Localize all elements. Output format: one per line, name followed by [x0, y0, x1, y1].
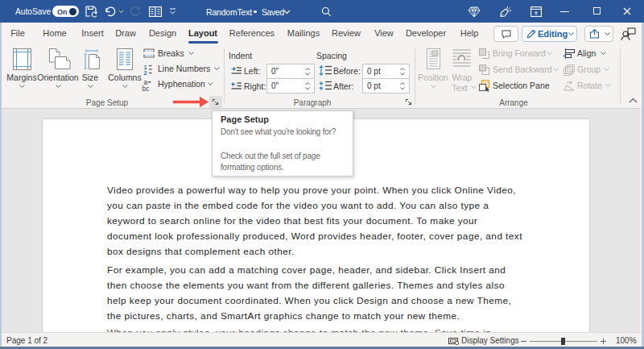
svg-text:bc: bc — [142, 85, 151, 92]
svg-text:2: 2 — [144, 69, 147, 76]
